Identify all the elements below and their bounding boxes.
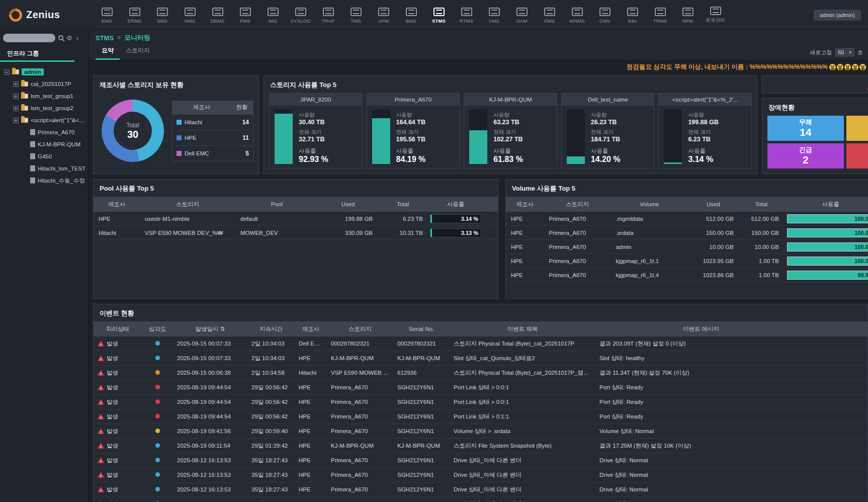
event-table-row[interactable]: 발생 2025-09-15 00:07:33 2일 10:34:03 HPE K… xyxy=(94,351,867,366)
fault-status-tile[interactable]: 주의 2 xyxy=(846,116,868,141)
volume-table-row[interactable]: HPE Primera_A670 kjgpmap_r6_1t.1 1023.95… xyxy=(506,254,868,268)
event-duration: 2일 10:34:58 xyxy=(247,369,295,377)
legend-row[interactable]: Dell EMC 5 xyxy=(172,145,253,161)
event-table-row[interactable]: 발생 2025-08-19 09:41:56 29일 00:59:40 HPE … xyxy=(94,424,867,439)
view-tab[interactable]: 스토리지 xyxy=(120,43,156,60)
nav-item[interactable]: STMS xyxy=(425,5,452,27)
notice-marquee: 점검필요 심각도 무해 이상, 내보내기 이름 : %%%%%%%%%%%%%% xyxy=(89,60,868,73)
nav-item[interactable]: CMS xyxy=(591,5,618,27)
volume-table-row[interactable]: HPE Primera_A670 .srdata 150.00 GB 150.0… xyxy=(506,226,868,240)
nav-item[interactable]: OMS xyxy=(536,5,563,27)
inspection-alert-box[interactable]: 점검필요 xyxy=(762,75,868,94)
nav-item[interactable]: DBMS xyxy=(204,5,231,27)
refresh-interval-select[interactable]: 60 ▾ xyxy=(835,48,854,57)
storage-usage-card[interactable]: 3PAR_8200 사용량 30.40 TB 전체 크기 xyxy=(269,93,363,169)
volume-table-row[interactable]: HPE Primera_A670 .mgmtdata 512.00 GB 512… xyxy=(506,212,868,226)
event-table-row[interactable]: 발생 2025-08-19 09:44:54 29일 00:56:42 HPE … xyxy=(94,380,867,395)
event-message: Drive 상태: Normal xyxy=(595,471,807,479)
tree-item[interactable]: lsm_test_group2 xyxy=(2,103,86,113)
event-table-row[interactable]: 발생 2025-08-12 16:13:53 35일 18:27:43 HPE … xyxy=(94,453,867,468)
fault-status-tile[interactable]: 무해 14 xyxy=(767,116,844,141)
sidebar-tab-infra-group[interactable]: 인프라 그룹 xyxy=(0,45,88,60)
user-menu-button[interactable]: admin (admin) xyxy=(814,10,861,21)
total-value: 102.27 TB xyxy=(493,136,523,143)
nav-item[interactable]: 운영관리 xyxy=(702,4,729,27)
nav-item[interactable]: IMS xyxy=(259,5,286,27)
event-col-time[interactable]: 발생일시 ⇅ xyxy=(173,325,247,333)
logo[interactable]: Zenius xyxy=(0,9,91,22)
volume-table-row[interactable]: HPE Primera_A670 admin 10.00 GB 10.00 GB… xyxy=(506,240,868,254)
nav-item[interactable]: SMS xyxy=(149,5,176,27)
event-warning-icon xyxy=(98,356,104,361)
tree-item[interactable]: Primera_A670 xyxy=(2,127,86,137)
total-caption: 전체 크기 xyxy=(396,129,426,136)
breadcrumb-page[interactable]: 모니터링 xyxy=(124,33,150,42)
event-table-row[interactable]: 발생 2025-08-12 16:13:53 35일 18:27:43 HPE … xyxy=(94,468,867,482)
fault-status-tile[interactable]: 긴급 2 xyxy=(767,143,844,169)
event-table-row[interactable]: 발생 2025-08-12 16:13:53 35일 18:27:43 HPE … xyxy=(94,497,867,502)
search-input[interactable] xyxy=(3,34,55,42)
tree-item[interactable]: lsm_test_group1 xyxy=(2,91,86,101)
usage-gauge-fill xyxy=(664,162,682,164)
event-table-row[interactable]: 발생 2025-08-12 16:13:53 35일 18:27:43 HPE … xyxy=(94,482,867,497)
nav-item[interactable]: TRAP xyxy=(315,5,341,27)
tree-item[interactable]: KJ-M-BPR-QUM xyxy=(2,139,86,149)
legend-row[interactable]: HPE 11 xyxy=(172,130,253,145)
event-table-row[interactable]: 발생 2025-09-15 00:06:38 2일 10:34:58 Hitac… xyxy=(94,366,867,380)
tree-expander-icon[interactable] xyxy=(13,94,19,99)
tree-expander-icon[interactable] xyxy=(13,106,19,111)
event-duration: 35일 18:27:43 xyxy=(247,486,295,493)
gear-icon[interactable]: ⚙ xyxy=(66,35,72,41)
tree-item[interactable]: <script>alert("1"&<%_2'# xyxy=(2,115,86,125)
nav-item[interactable]: K8s xyxy=(619,5,646,27)
usage-caption: 사용률 xyxy=(493,147,523,155)
event-table-row[interactable]: 발생 2025-09-15 00:07:33 2일 10:34:03 Dell … xyxy=(94,337,867,351)
event-table-row[interactable]: 발생 2025-08-19 09:44:54 29일 00:56:42 HPE … xyxy=(94,409,867,424)
nav-item[interactable]: NPM xyxy=(674,5,701,27)
tree-item[interactable]: Hitachi_수동_수정 xyxy=(2,176,86,186)
nav-item[interactable]: APM xyxy=(370,5,397,27)
nav-item[interactable]: TMS xyxy=(342,5,369,27)
nav-item[interactable]: OAM xyxy=(508,5,535,27)
storage-usage-card[interactable]: Primera_A670 사용량 164.64 TB 전체 xyxy=(367,93,460,169)
usage-percent-value: 92.93 % xyxy=(299,155,328,164)
volume-table-row[interactable]: HPE Primera_A670 kjgpmap_r6_1t.4 1023.86… xyxy=(506,268,868,282)
module-icon xyxy=(406,8,417,16)
nav-item[interactable]: ERMS xyxy=(121,5,148,27)
tree-expander-icon[interactable] xyxy=(13,81,19,87)
volume-total: 1.00 TB xyxy=(739,258,784,264)
tree-node-icon xyxy=(30,153,35,159)
event-time: 2025-09-15 00:06:38 xyxy=(173,370,247,376)
tree-expander-icon[interactable] xyxy=(13,118,19,123)
nav-item[interactable]: NMS xyxy=(177,5,203,27)
nav-item[interactable]: BMS xyxy=(398,5,424,27)
storage-usage-card[interactable]: <script>alert("1"&<%_2'... 사용량 199.88 GB xyxy=(658,93,752,169)
nav-item[interactable]: WNMS xyxy=(564,5,590,27)
module-icon xyxy=(185,8,196,16)
nav-item[interactable]: RTMS xyxy=(453,5,480,27)
tree-item[interactable]: Hitachi_lsm_TEST xyxy=(2,163,86,174)
tree-item[interactable]: cat_20251017P xyxy=(2,79,86,89)
search-icon[interactable] xyxy=(58,35,63,40)
storage-usage-card[interactable]: KJ-M-BPR-QUM 사용량 63.23 TB 전체 xyxy=(464,93,557,169)
fault-panel-title: 장애현황 xyxy=(762,99,868,116)
tree-item[interactable]: G450 xyxy=(2,151,86,161)
legend-row[interactable]: Hitachi 14 xyxy=(172,114,253,130)
nav-item[interactable]: FMS xyxy=(232,5,258,27)
volume-name: .mgmtdata xyxy=(611,216,687,222)
fault-status-tile[interactable]: 치명 4 xyxy=(846,143,868,169)
storage-usage-card[interactable]: Dell_test_name 사용량 26.23 TB 전 xyxy=(561,93,655,169)
breadcrumb-root[interactable]: STMS xyxy=(96,34,114,42)
collapse-sidebar-icon[interactable]: ‹ xyxy=(76,34,78,42)
event-table-row[interactable]: 발생 2025-08-19 09:11:54 29일 01:29:42 HPE … xyxy=(94,439,867,453)
nav-item[interactable]: SYSLOG xyxy=(287,5,314,27)
nav-item[interactable]: EMS xyxy=(94,5,120,27)
view-tab[interactable]: 요약 xyxy=(96,43,120,60)
pool-table-row[interactable]: Hitachi VSP E590 MOWEB DEV_%₩ MOWEB_DEV … xyxy=(94,226,498,240)
nav-item[interactable]: VMS xyxy=(481,5,507,27)
tree-expander-icon[interactable] xyxy=(4,69,10,75)
pool-table-row[interactable]: HPE usestr-M1-nimble default 199.88 GB 6… xyxy=(94,212,498,226)
tree-item[interactable]: admin xyxy=(2,67,86,77)
nav-item[interactable]: TRMS xyxy=(647,5,673,27)
event-table-row[interactable]: 발생 2025-08-19 09:44:54 29일 00:56:42 HPE … xyxy=(94,395,867,409)
